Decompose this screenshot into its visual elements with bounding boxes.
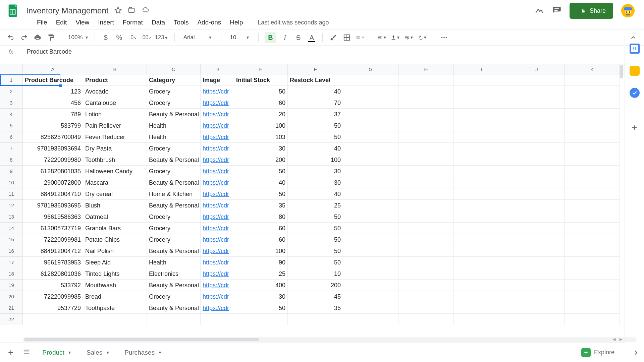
cell[interactable] [454, 257, 509, 268]
row-header[interactable]: 14 [0, 223, 23, 234]
cell[interactable]: Beauty & Personal [147, 154, 201, 166]
cell[interactable] [565, 177, 620, 188]
cell[interactable]: Beauty & Personal [147, 245, 201, 257]
cell[interactable] [454, 143, 509, 154]
column-header[interactable]: I [454, 64, 509, 74]
cell[interactable] [343, 223, 398, 234]
activity-icon[interactable] [535, 6, 544, 15]
cell[interactable] [565, 280, 620, 291]
move-icon[interactable] [128, 6, 135, 15]
cell[interactable]: https://cdr [201, 131, 234, 143]
cell[interactable]: https://cdr [201, 97, 234, 109]
cell[interactable]: 9781936093695 [23, 200, 83, 211]
cell[interactable]: https://cdr [201, 257, 234, 268]
cell[interactable]: https://cdr [201, 200, 234, 211]
cell[interactable] [398, 131, 454, 143]
cell[interactable] [509, 177, 565, 188]
cell[interactable] [454, 166, 509, 177]
cell[interactable] [509, 211, 565, 223]
cell[interactable]: 35 [288, 302, 343, 314]
cell[interactable]: 40 [288, 86, 343, 97]
comments-icon[interactable] [552, 6, 561, 15]
cell[interactable] [454, 131, 509, 143]
cell[interactable]: 50 [288, 245, 343, 257]
cell[interactable]: Pain Reliever [83, 120, 147, 131]
cell[interactable] [565, 200, 620, 211]
cell[interactable] [454, 223, 509, 234]
cell[interactable]: 10 [288, 268, 343, 280]
cell[interactable] [398, 291, 454, 302]
cell[interactable] [398, 97, 454, 109]
cell[interactable]: Restock Level [288, 74, 343, 86]
cell[interactable] [343, 120, 398, 131]
cell[interactable] [343, 268, 398, 280]
cell[interactable]: Health [147, 131, 201, 143]
cell[interactable] [454, 177, 509, 188]
cell[interactable]: 50 [288, 234, 343, 245]
cell[interactable]: Grocery [147, 86, 201, 97]
row-header[interactable]: 3 [0, 97, 23, 109]
cell[interactable] [398, 211, 454, 223]
cell[interactable]: Grocery [147, 143, 201, 154]
cell[interactable] [398, 154, 454, 166]
cell[interactable]: Tinted Lights [83, 268, 147, 280]
cell[interactable] [201, 314, 234, 325]
row-header[interactable]: 13 [0, 211, 23, 223]
cell[interactable]: 30 [288, 177, 343, 188]
cell[interactable]: Nail Polish [83, 245, 147, 257]
cell[interactable] [509, 223, 565, 234]
cell[interactable] [454, 120, 509, 131]
cell[interactable]: 40 [288, 188, 343, 200]
cell[interactable] [343, 234, 398, 245]
cell[interactable] [509, 268, 565, 280]
cell[interactable]: 50 [288, 211, 343, 223]
row-header[interactable]: 16 [0, 245, 23, 257]
paint-format-icon[interactable] [46, 33, 56, 42]
cell[interactable]: Beauty & Personal [147, 109, 201, 120]
cell[interactable]: Cantaloupe [83, 97, 147, 109]
cell[interactable]: https://cdr [201, 166, 234, 177]
cell[interactable]: Oatmeal [83, 211, 147, 223]
column-header[interactable]: D [201, 64, 234, 74]
cell[interactable]: 25 [234, 268, 288, 280]
add-sheet-icon[interactable]: + [5, 347, 17, 358]
redo-icon[interactable] [19, 33, 29, 42]
last-edit-info[interactable]: Last edit was seconds ago [258, 19, 329, 26]
cell[interactable]: 50 [234, 188, 288, 200]
menu-edit[interactable]: Edit [56, 19, 67, 26]
cell[interactable]: 200 [288, 280, 343, 291]
column-header[interactable]: G [343, 64, 398, 74]
column-header[interactable]: F [288, 64, 343, 74]
text-rotation-icon[interactable]: ▼ [418, 33, 427, 42]
cell[interactable] [288, 314, 343, 325]
cell[interactable]: https://cdr [201, 291, 234, 302]
cell[interactable]: 100 [288, 154, 343, 166]
column-header[interactable]: B [83, 64, 147, 74]
column-header[interactable]: E [234, 64, 288, 74]
document-title[interactable]: Inventory Management [24, 5, 110, 16]
cell[interactable] [565, 86, 620, 97]
cell[interactable]: Grocery [147, 223, 201, 234]
cell[interactable]: https://cdr [201, 234, 234, 245]
cell[interactable]: 40 [288, 143, 343, 154]
cell[interactable] [343, 177, 398, 188]
cloud-status-icon[interactable] [141, 6, 149, 15]
cell[interactable] [343, 291, 398, 302]
cell[interactable] [343, 245, 398, 257]
italic-button[interactable]: I [280, 33, 289, 42]
percent-icon[interactable]: % [114, 33, 124, 42]
tasks-addon-icon[interactable] [630, 88, 640, 98]
cell[interactable] [454, 97, 509, 109]
row-header[interactable]: 6 [0, 131, 23, 143]
cell[interactable]: 50 [288, 257, 343, 268]
cell[interactable]: 72220099981 [23, 234, 83, 245]
row-header[interactable]: 20 [0, 291, 23, 302]
cell[interactable]: 123 [23, 86, 83, 97]
sheet-tab-purchases[interactable]: Purchases▼ [118, 343, 168, 362]
cell[interactable]: Toothbrush [83, 154, 147, 166]
bold-button[interactable]: B [265, 32, 276, 43]
cell[interactable] [398, 74, 454, 86]
row-header[interactable]: 17 [0, 257, 23, 268]
cell[interactable] [454, 109, 509, 120]
cell[interactable]: Halloween Candy [83, 166, 147, 177]
